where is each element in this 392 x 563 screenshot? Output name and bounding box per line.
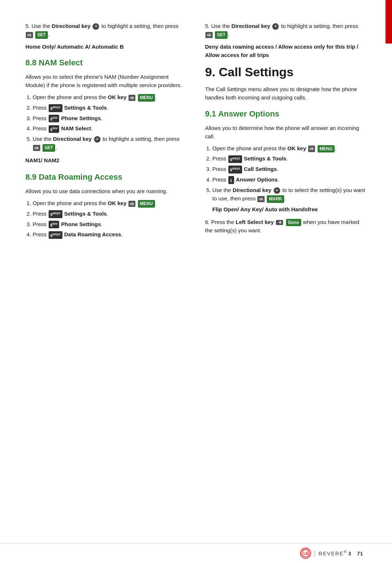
flip-open-label: Flip Open/ Any Key/ Auto with Handsfree [212,206,318,212]
left-select-key-icon [276,220,283,225]
right-column: 5. Use the Directional key to highlight … [205,22,367,534]
num-badge-91-2: 9wxyz [228,155,242,163]
step-91-1: Open the phone and press the OK key ok M… [212,144,367,152]
num-badge-89-2: 9wxyz [49,210,62,218]
revere-label: REVERE®3 [319,550,352,556]
num-badge-91-4: 1 [228,176,234,184]
ok-badge-right-intro: ok [205,32,213,38]
ok-badge-88-5: ok [33,145,40,151]
ok-badge-91-1: ok [308,146,315,152]
footer: LG | REVERE®3 71 [0,543,392,563]
num-badge-88-2: 9wxyz [49,104,62,112]
step-89-2: Press 9wxyz Settings & Tools. [33,209,187,218]
left-column: 5. Use the Directional key to highlight … [25,22,187,534]
ok-badge-91-5: ok [257,196,265,203]
num-badge-88-4: 8tuv [49,125,60,133]
menu-badge-89-1: MENU [138,200,155,208]
lg-logo: LG [300,548,311,559]
dir-key-label: Directional key [52,23,91,29]
red-accent-bar [385,0,392,44]
num-badge-89-3: 8tuv [49,221,60,229]
step-91-3: Press 9wxyz Call Settings. [212,165,367,174]
ok-badge: ok [26,32,33,38]
section-88-body: Allows you to select the phone's NAM (Nu… [25,73,187,90]
intro-step5: 5. Use the Directional key to highlight … [25,22,187,51]
step-89-4: Press 9wxyz Data Roaming Access. [33,230,187,239]
ok-badge-88-1: ok [128,95,136,101]
steps-89-list: Open the phone and press the OK key ok M… [33,199,187,239]
step-91-6: 6. Press the Left Select key Done when y… [205,218,367,235]
section-9-heading: 9. Call Settings [205,65,367,79]
step-88-5: Use the Directional key to highlight a s… [33,135,187,152]
num-badge-88-3: 8tuv [49,115,60,123]
footer-logo: LG | REVERE®3 71 [300,548,363,559]
set-badge-88-5: SET [42,144,55,152]
mark-badge-91-5: MARK [267,195,284,203]
page-number: 71 [357,550,363,556]
done-badge: Done [286,219,301,227]
directional-key-icon [93,23,99,30]
menu-badge-91-1: MENU [318,145,335,153]
section-89-body: Allows you to use data connections when … [25,187,187,195]
dir-key-right-intro [272,23,279,30]
set-badge: SET [35,31,48,39]
ok-badge-89-1: ok [128,201,136,207]
steps-88-list: Open the phone and press the OK key ok M… [33,93,187,152]
step-89-1: Open the phone and press the OK key ok M… [33,199,187,207]
step-89-3: Press 8tuv Phone Settings. [33,220,187,229]
steps-91-list: Open the phone and press the OK key ok M… [212,144,367,213]
section-88-heading: 8.8 NAM Select [25,58,187,68]
num-badge-89-4: 9wxyz [49,231,62,239]
step-91-5: Use the Directional key to to select the… [212,186,367,213]
set-badge-right-intro: SET [215,31,228,39]
num-badge-91-3: 9wxyz [228,166,242,174]
step-91-4: Press 1 Answer Options. [212,175,367,184]
section-9-body: The Call Settings menu allows you to des… [205,85,367,102]
dir-key-91-5 [274,187,280,194]
step-88-3: Press 8tuv Phone Settings. [33,114,187,123]
home-only-label: Home Only/ Automatic A/ Automatic B [25,44,124,50]
deny-label: Deny data roaming access / Allow access … [205,44,358,58]
page: 5. Use the Directional key to highlight … [0,0,392,563]
right-step5-intro: 5. Use the Directional key to highlight … [205,22,367,59]
lg-logo-svg: LG [302,549,310,557]
section-89-heading: 8.9 Data Roaming Access [25,172,187,182]
step-88-2: Press 9wxyz Settings & Tools. [33,103,187,112]
step-88-1: Open the phone and press the OK key ok M… [33,93,187,101]
pipe-separator: | [314,550,316,557]
section-91-heading: 9.1 Answer Options [205,109,367,119]
menu-badge-88-1: MENU [138,94,155,102]
ok-key-label: OK key [108,94,127,100]
nam-values-label: NAM1/ NAM2 [25,157,59,163]
dir-key-88-5 [94,136,101,143]
svg-text:LG: LG [303,551,309,555]
step-88-4: Press 8tuv NAM Select. [33,124,187,133]
section-91-body: Allows you to determine how the phone wi… [205,124,367,141]
step-91-2: Press 9wxyz Settings & Tools. [212,154,367,163]
